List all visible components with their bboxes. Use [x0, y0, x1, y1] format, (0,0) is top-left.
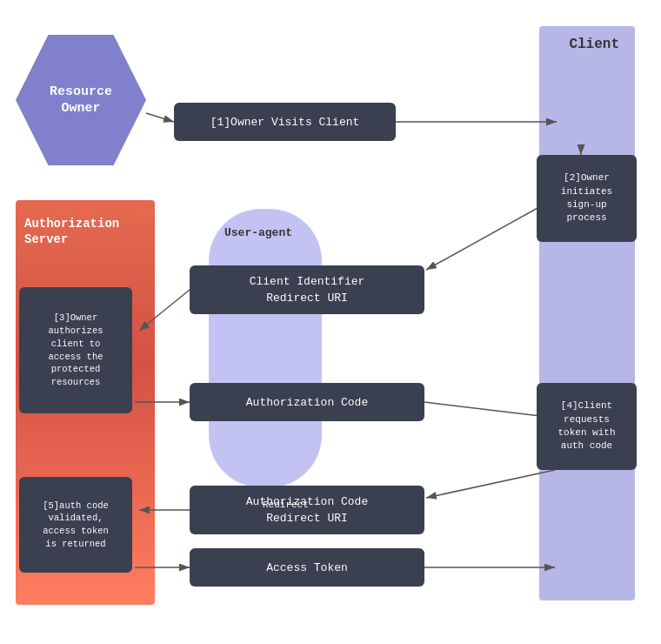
user-agent-column [209, 209, 322, 487]
resource-owner: ResourceOwner [16, 35, 146, 165]
resource-owner-label: ResourceOwner [50, 84, 112, 117]
arrow-1a [146, 113, 174, 122]
access-token-box: Access Token [190, 548, 424, 587]
step4-box: [4]Clientrequeststoken withauth code [537, 383, 637, 470]
step2-label: [2]Ownerinitiatessign-upprocess [561, 171, 612, 225]
step5-box: [5]auth codevalidated,access tokenis ret… [19, 477, 132, 573]
client-column [539, 26, 635, 600]
arrow-4a [424, 402, 555, 418]
redirect-label: Redirect [263, 500, 309, 510]
arrow-4b [426, 470, 555, 498]
step3-label: [3]Ownerauthorizesclient toaccess thepro… [48, 312, 103, 388]
step5-label: [5]auth codevalidated,access tokenis ret… [43, 500, 109, 551]
diagram-container: Client ResourceOwner AuthorizationServer… [0, 0, 661, 644]
step2-box: [2]Ownerinitiatessign-upprocess [537, 155, 637, 242]
step1-box: [1]Owner Visits Client [174, 103, 396, 141]
client-label: Client [569, 37, 619, 52]
client-identifier-label: Client IdentifierRedirect URI [250, 273, 365, 307]
authcode-box: Authorization Code [190, 383, 424, 421]
arrow-2b [426, 198, 555, 270]
authcode-redirect-label: Authorization CodeRedirect URI [246, 493, 368, 527]
step3-box: [3]Ownerauthorizesclient toaccess thepro… [19, 287, 132, 413]
step1-label: [1]Owner Visits Client [210, 116, 360, 129]
step4-label: [4]Clientrequeststoken withauth code [558, 399, 615, 453]
user-agent-label: User-agent [224, 226, 292, 239]
auth-server-label: AuthorizationServer [24, 216, 137, 247]
client-identifier-box: Client IdentifierRedirect URI [190, 265, 424, 314]
access-token-label: Access Token [266, 561, 348, 574]
authcode-label: Authorization Code [246, 396, 368, 409]
authcode-redirect-box: Authorization CodeRedirect URI [190, 486, 424, 534]
